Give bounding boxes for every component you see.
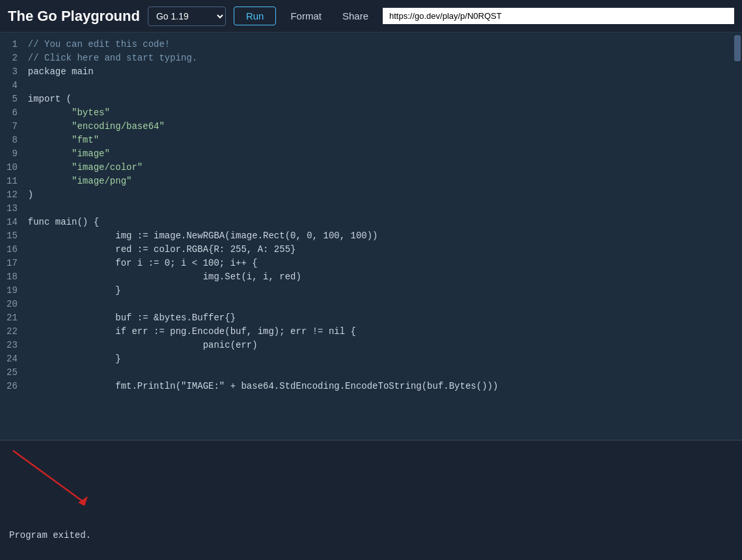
line-number: 16 bbox=[7, 243, 18, 257]
code-line: } bbox=[28, 352, 728, 366]
line-number: 26 bbox=[7, 380, 18, 393]
line-number: 14 bbox=[7, 216, 18, 229]
share-button[interactable]: Share bbox=[336, 7, 375, 25]
url-display[interactable] bbox=[383, 8, 734, 24]
format-button[interactable]: Format bbox=[284, 7, 328, 25]
line-number: 3 bbox=[7, 65, 18, 79]
line-number: 7 bbox=[7, 120, 18, 133]
code-content[interactable]: // You can edit this code!// Click here … bbox=[23, 33, 733, 440]
line-number: 2 bbox=[7, 51, 18, 65]
line-number: 17 bbox=[7, 257, 18, 270]
code-line bbox=[28, 202, 728, 216]
code-editor[interactable]: 1234567891011121314151617181920212223242… bbox=[0, 33, 742, 440]
line-number: 10 bbox=[7, 161, 18, 175]
code-line: func main() { bbox=[28, 216, 728, 229]
output-area: Program exited. bbox=[0, 440, 742, 560]
code-line: package main bbox=[28, 65, 728, 79]
code-line bbox=[28, 366, 728, 380]
svg-marker-1 bbox=[78, 496, 88, 506]
line-number: 12 bbox=[7, 188, 18, 202]
code-line: img := image.NewRGBA(image.Rect(0, 0, 10… bbox=[28, 229, 728, 243]
code-line: for i := 0; i < 100; i++ { bbox=[28, 257, 728, 270]
line-number: 6 bbox=[7, 106, 18, 120]
code-line: "image" bbox=[28, 147, 728, 161]
code-line: } bbox=[28, 284, 728, 298]
code-line: // Click here and start typing. bbox=[28, 51, 728, 65]
run-button[interactable]: Run bbox=[234, 7, 277, 25]
line-number: 1 bbox=[7, 38, 18, 51]
line-numbers: 1234567891011121314151617181920212223242… bbox=[0, 33, 23, 440]
line-number: 13 bbox=[7, 202, 18, 216]
code-line: import ( bbox=[28, 92, 728, 106]
code-line: buf := &bytes.Buffer{} bbox=[28, 311, 728, 325]
line-number: 4 bbox=[7, 79, 18, 92]
line-number: 9 bbox=[7, 147, 18, 161]
code-line: "bytes" bbox=[28, 106, 728, 120]
code-line: // You can edit this code! bbox=[28, 38, 728, 51]
line-number: 15 bbox=[7, 229, 18, 243]
line-number: 22 bbox=[7, 325, 18, 339]
output-arrow-icon bbox=[7, 444, 91, 509]
output-text: Program exited. bbox=[9, 530, 91, 540]
code-line: "fmt" bbox=[28, 133, 728, 147]
scrollbar[interactable] bbox=[733, 33, 742, 440]
code-line: "image/png" bbox=[28, 175, 728, 188]
line-number: 8 bbox=[7, 133, 18, 147]
code-line: if err := png.Encode(buf, img); err != n… bbox=[28, 325, 728, 339]
svg-line-0 bbox=[13, 451, 85, 503]
line-number: 11 bbox=[7, 175, 18, 188]
code-line: "image/color" bbox=[28, 161, 728, 175]
app-title: The Go Playground bbox=[8, 8, 140, 25]
line-number: 5 bbox=[7, 92, 18, 106]
line-number: 20 bbox=[7, 298, 18, 311]
code-line: ) bbox=[28, 188, 728, 202]
line-number: 19 bbox=[7, 284, 18, 298]
line-number: 21 bbox=[7, 311, 18, 325]
code-line: panic(err) bbox=[28, 339, 728, 352]
code-line bbox=[28, 298, 728, 311]
code-line: fmt.Println("IMAGE:" + base64.StdEncodin… bbox=[28, 380, 728, 393]
main-area: 1234567891011121314151617181920212223242… bbox=[0, 33, 742, 560]
line-number: 23 bbox=[7, 339, 18, 352]
code-line bbox=[28, 79, 728, 92]
line-number: 25 bbox=[7, 366, 18, 380]
code-line: "encoding/base64" bbox=[28, 120, 728, 133]
code-line: red := color.RGBA{R: 255, A: 255} bbox=[28, 243, 728, 257]
code-line: img.Set(i, i, red) bbox=[28, 270, 728, 284]
line-number: 18 bbox=[7, 270, 18, 284]
line-number: 24 bbox=[7, 352, 18, 366]
scrollbar-thumb[interactable] bbox=[734, 35, 741, 61]
version-select[interactable]: Go 1.19 Go 1.18 Go 1.17 bbox=[148, 7, 226, 26]
header: The Go Playground Go 1.19 Go 1.18 Go 1.1… bbox=[0, 0, 742, 33]
